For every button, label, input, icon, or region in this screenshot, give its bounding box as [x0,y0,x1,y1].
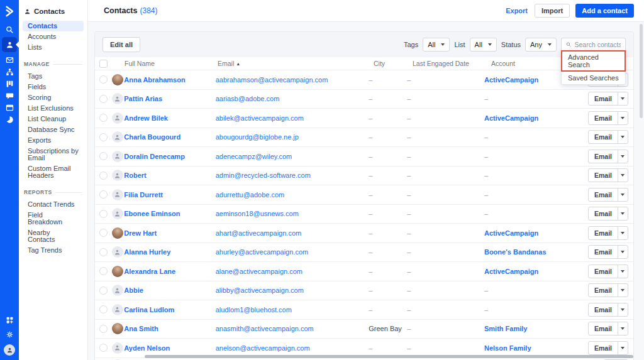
sidebar-item-database-sync[interactable]: Database Sync [23,124,84,135]
row-checkbox[interactable] [99,325,108,333]
contact-name-link[interactable]: Ana Smith [124,325,158,332]
select-all-checkbox[interactable] [99,60,108,68]
row-checkbox[interactable] [99,133,108,141]
vertical-scrollbar[interactable] [640,24,643,118]
deals-icon[interactable] [2,79,17,88]
row-email-button[interactable]: Email [589,207,618,220]
contact-email-link[interactable]: abougourdg@biglobe.ne.jp [216,133,299,141]
contact-email-link[interactable]: anasmith@activecampaign.com [216,325,314,332]
contact-account-link[interactable]: Nelson Family [484,344,531,352]
contact-name-link[interactable]: Filia Durrett [124,191,163,199]
contact-email-link[interactable]: admin@recycled-software.com [216,172,311,179]
row-email-dropdown-toggle[interactable] [618,303,628,316]
row-email-button[interactable]: Email [589,188,618,201]
add-contact-button[interactable]: Add a contact [575,4,634,18]
contact-email-link[interactable]: abilek@activecampaign.com [216,114,304,122]
sidebar-item-tags[interactable]: Tags [23,71,84,82]
sidebar-item-contact-trends[interactable]: Contact Trends [23,199,84,210]
sidebar-item-custom-email-headers[interactable]: Custom Email Headers [23,163,84,181]
row-email-dropdown-toggle[interactable] [618,207,628,220]
row-email-button[interactable]: Email [589,265,618,278]
contact-name-link[interactable]: Robert [124,172,146,179]
contact-account-link[interactable]: – [484,172,488,179]
row-checkbox[interactable] [99,75,108,84]
row-email-dropdown-toggle[interactable] [618,112,628,124]
export-link[interactable]: Export [506,7,528,14]
contact-email-link[interactable]: alibby@activecampaign.com [216,286,304,294]
contact-account-link[interactable]: – [484,153,488,160]
contact-name-link[interactable]: Ayden Nelson [124,344,170,352]
contact-email-link[interactable]: aludlom1@bluehost.com [216,306,292,314]
row-email-dropdown-toggle[interactable] [618,322,628,335]
search-contacts-input[interactable] [574,41,621,48]
contact-email-link[interactable]: alane@activecampaign.com [216,268,303,275]
contact-account-link[interactable]: – [484,286,488,294]
row-email-dropdown-toggle[interactable] [618,188,628,201]
contact-name-link[interactable]: Drew Hart [124,229,157,237]
row-checkbox[interactable] [99,114,108,122]
contact-account-link[interactable]: – [484,210,488,217]
row-email-button[interactable]: Email [589,150,618,163]
contact-account-link[interactable]: – [484,133,488,141]
contact-account-link[interactable]: – [484,95,488,102]
row-checkbox[interactable] [99,267,108,275]
row-email-dropdown-toggle[interactable] [618,169,628,182]
contact-email-link[interactable]: anelson@activecampaign.com [216,344,310,352]
contact-name-link[interactable]: Alanna Hurley [124,248,170,256]
list-filter-select[interactable]: All [470,38,497,52]
apps-icon[interactable] [2,315,17,324]
contact-name-link[interactable]: Charla Bougourd [124,133,180,141]
row-email-button[interactable]: Email [589,303,618,316]
row-email-dropdown-toggle[interactable] [618,284,628,297]
settings-gear-icon[interactable] [2,330,17,339]
tags-filter-select[interactable]: All [423,38,450,52]
row-email-button[interactable]: Email [589,246,618,258]
import-button[interactable]: Import [535,4,570,18]
row-email-dropdown-toggle[interactable] [618,246,628,258]
row-email-dropdown-toggle[interactable] [618,342,628,354]
contact-account-link[interactable]: Smith Family [484,325,527,332]
sidebar-item-exports[interactable]: Exports [23,135,84,146]
reports-icon[interactable] [2,115,17,124]
sidebar-item-nearby-contacts[interactable]: Nearby Contacts [23,227,84,245]
sidebar-item-subscriptions-by-email[interactable]: Subscriptions by Email [23,146,84,163]
edit-all-button[interactable]: Edit all [103,37,140,52]
site-icon[interactable] [2,103,17,112]
sidebar-item-list-exclusions[interactable]: List Exclusions [23,103,84,114]
sidebar-item-field-breakdown[interactable]: Field Breakdown [23,210,84,227]
row-email-button[interactable]: Email [589,92,618,105]
column-header-email[interactable]: Email▲ [218,60,374,67]
saved-searches-menu-item[interactable]: Saved Searches [562,71,625,84]
contact-name-link[interactable]: Andrew Bilek [124,114,168,122]
row-email-button[interactable]: Email [589,112,618,124]
row-email-dropdown-toggle[interactable] [618,227,628,239]
row-email-button[interactable]: Email [589,284,618,297]
sidebar-item-list-cleanup[interactable]: List Cleanup [23,114,84,124]
row-checkbox[interactable] [99,248,108,256]
column-header-city[interactable]: City [374,60,413,67]
column-header-last-engaged[interactable]: Last Engaged Date [413,60,491,67]
automations-icon[interactable] [2,67,17,76]
sidebar-item-accounts[interactable]: Accounts [23,31,84,42]
sidebar-item-fields[interactable]: Fields [23,82,84,92]
contact-name-link[interactable]: Abbie [124,286,143,294]
row-email-button[interactable]: Email [589,342,618,354]
row-email-dropdown-toggle[interactable] [618,92,628,105]
contact-name-link[interactable]: Ebonee Eminson [124,210,180,217]
search-icon[interactable] [2,25,17,34]
row-checkbox[interactable] [99,229,108,237]
contact-email-link[interactable]: ahart@activecampaign.com [216,229,302,237]
contact-account-link[interactable]: ActiveCampaign [484,114,538,122]
row-email-dropdown-toggle[interactable] [618,131,628,143]
row-checkbox[interactable] [99,190,108,199]
contact-name-link[interactable]: Anna Abrahamson [124,76,185,84]
account-avatar[interactable] [4,344,15,356]
row-email-button[interactable]: Email [589,322,618,335]
row-email-dropdown-toggle[interactable] [618,265,628,278]
row-checkbox[interactable] [99,286,108,295]
contact-email-link[interactable]: aariasb@adobe.com [216,95,280,102]
contact-email-link[interactable]: ahurley@activecampaign.com [216,248,309,256]
conversations-icon[interactable] [2,91,17,100]
contacts-icon[interactable] [2,37,17,52]
horizontal-scrollbar[interactable] [145,355,633,358]
